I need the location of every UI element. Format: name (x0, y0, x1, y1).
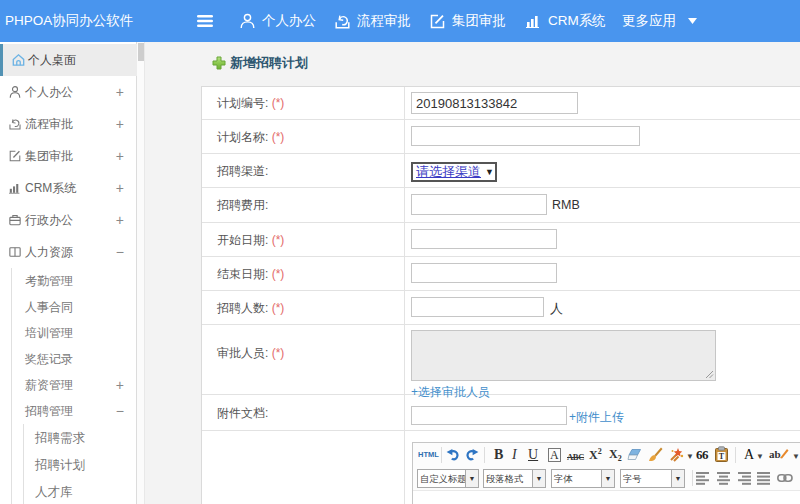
svg-text:T: T (719, 452, 725, 461)
